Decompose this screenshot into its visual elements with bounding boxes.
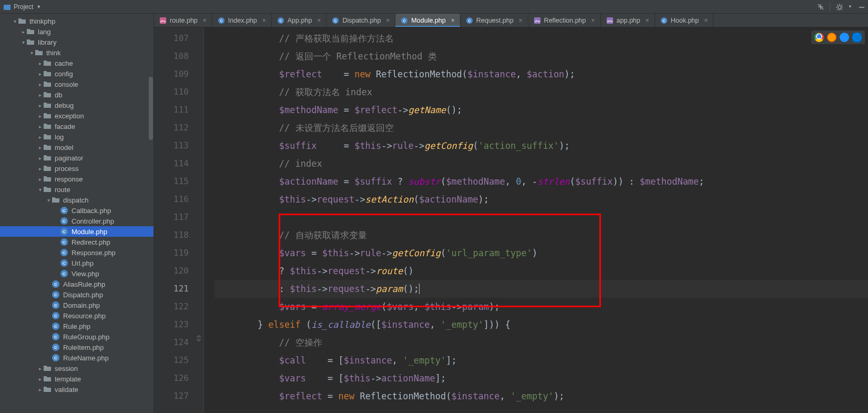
tree-item-ruleitem-php[interactable]: RuleItem.php: [0, 342, 154, 352]
tree-twisty-icon[interactable]: [20, 29, 26, 35]
tab-app-php[interactable]: app.php×: [601, 14, 655, 27]
chrome-icon[interactable]: [814, 33, 824, 42]
code-line[interactable]: $actionName = $suffix ? substr($methodNa…: [215, 173, 868, 190]
tree-item-callback-php[interactable]: Callback.php: [0, 205, 154, 216]
tree-item-paginator[interactable]: paginator: [0, 153, 154, 163]
tree-twisty-icon[interactable]: [45, 197, 52, 203]
tab-reflection-php[interactable]: Reflection.php×: [528, 14, 601, 27]
tree-item-dispatch-php[interactable]: Dispatch.php: [0, 289, 154, 300]
tree-item-think[interactable]: think: [0, 47, 154, 58]
tree-item-dispatch[interactable]: dispatch: [0, 195, 154, 205]
code-line[interactable]: // 返回一个 ReflectionMethod 类: [215, 47, 868, 65]
tree-twisty-icon[interactable]: [37, 71, 43, 77]
gear-dropdown-icon[interactable]: ▼: [848, 4, 852, 9]
tree-item-lang[interactable]: lang: [0, 26, 154, 37]
hide-panel-icon[interactable]: [857, 3, 865, 11]
code-line[interactable]: [215, 208, 868, 226]
tree-twisty-icon[interactable]: [37, 387, 43, 392]
tree-item-response[interactable]: response: [0, 174, 154, 184]
tree-item-process[interactable]: process: [0, 163, 154, 174]
tree-item-session[interactable]: session: [0, 363, 154, 374]
code-line[interactable]: : $this->request->param();: [215, 280, 868, 298]
tree-item-rulename-php[interactable]: RuleName.php: [0, 352, 154, 363]
tab-close-icon[interactable]: ×: [451, 17, 455, 24]
tree-item-debug[interactable]: debug: [0, 100, 154, 110]
code-line[interactable]: $reflect = new ReflectionMethod($instanc…: [215, 387, 868, 405]
tree-item-exception[interactable]: exception: [0, 110, 154, 121]
tab-close-icon[interactable]: ×: [203, 17, 207, 24]
tree-twisty-icon[interactable]: [37, 92, 43, 98]
tree-twisty-icon[interactable]: [37, 124, 43, 129]
code-line[interactable]: $vars = $this->rule->getConfig('url_para…: [215, 244, 868, 262]
tree-twisty-icon[interactable]: [37, 113, 43, 119]
code-line[interactable]: $methodName = $reflect->getName();: [215, 101, 868, 119]
tree-twisty-icon[interactable]: [37, 145, 43, 150]
code-line[interactable]: // 自动获取请求变量: [215, 226, 868, 244]
tab-dispatch-php[interactable]: Dispatch.php×: [326, 14, 395, 27]
tab-close-icon[interactable]: ×: [386, 17, 390, 24]
tree-item-view-php[interactable]: View.php: [0, 268, 154, 279]
tree-twisty-icon[interactable]: [20, 39, 26, 45]
tree-item-cache[interactable]: cache: [0, 58, 154, 68]
tree-item-domain-php[interactable]: Domain.php: [0, 300, 154, 310]
code-line[interactable]: // 未设置方法名后缀返回空: [215, 119, 868, 137]
project-dropdown-icon[interactable]: ▼: [36, 4, 41, 9]
firefox-icon[interactable]: [827, 33, 836, 42]
tree-item-module-php[interactable]: Module.php: [0, 226, 154, 237]
tree-item-db[interactable]: db: [0, 89, 154, 100]
fold-mark-icon[interactable]: [195, 334, 202, 344]
tree-twisty-icon[interactable]: [37, 166, 43, 172]
tree-item-redirect-php[interactable]: Redirect.php: [0, 237, 154, 247]
tree-twisty-icon[interactable]: [37, 366, 43, 371]
code-line[interactable]: // index: [215, 155, 868, 173]
tree-item-log[interactable]: log: [0, 132, 154, 142]
code-line[interactable]: ? $this->request->route(): [215, 262, 868, 280]
code-line[interactable]: $this->request->setAction($actionName);: [215, 190, 868, 208]
tab-close-icon[interactable]: ×: [704, 17, 708, 24]
tab-app-php[interactable]: App.php×: [272, 14, 327, 27]
tab-module-php[interactable]: Module.php×: [395, 14, 460, 27]
code-line[interactable]: $call = [$instance, '_empty'];: [215, 351, 868, 369]
tree-item-route[interactable]: route: [0, 184, 154, 195]
tab-route-php[interactable]: route.php×: [154, 14, 212, 27]
tab-close-icon[interactable]: ×: [591, 17, 595, 24]
code-line[interactable]: $suffix = $this->rule->getConfig('action…: [215, 137, 868, 155]
tree-twisty-icon[interactable]: [37, 176, 43, 182]
code-line[interactable]: // 空操作: [215, 334, 868, 351]
tree-twisty-icon[interactable]: [28, 50, 35, 56]
code-line[interactable]: $vars = array_merge($vars, $this->param)…: [215, 298, 868, 316]
sidebar-scrollbar-thumb[interactable]: [149, 77, 153, 140]
tree-twisty-icon[interactable]: [37, 103, 43, 108]
tree-item-response-php[interactable]: Response.php: [0, 247, 154, 258]
tab-index-php[interactable]: Index.php×: [212, 14, 272, 27]
sidebar-scrollbar[interactable]: [148, 14, 154, 413]
tree-item-thinkphp[interactable]: thinkphp: [0, 16, 154, 26]
safari-icon[interactable]: [840, 33, 849, 42]
tab-close-icon[interactable]: ×: [519, 17, 523, 24]
edge-icon[interactable]: [852, 33, 862, 42]
tree-twisty-icon[interactable]: [37, 376, 43, 382]
tree-item-template[interactable]: template: [0, 374, 154, 384]
tree-item-library[interactable]: library: [0, 37, 154, 47]
tree-item-config[interactable]: config: [0, 68, 154, 79]
code-editor[interactable]: 1071081091101111121131141151161171181191…: [154, 27, 868, 413]
code-area[interactable]: // 严格获取当前操作方法名 // 返回一个 ReflectionMethod …: [204, 27, 868, 413]
tree-item-controller-php[interactable]: Controller.php: [0, 216, 154, 226]
tree-item-validate[interactable]: validate: [0, 384, 154, 395]
collapse-all-icon[interactable]: [817, 3, 824, 11]
tree-item-resource-php[interactable]: Resource.php: [0, 310, 154, 321]
code-line[interactable]: $vars = [$this->actionName];: [215, 369, 868, 387]
gear-icon[interactable]: [835, 3, 843, 11]
tab-close-icon[interactable]: ×: [262, 17, 266, 24]
tree-twisty-icon[interactable]: [37, 155, 43, 161]
tree-item-url-php[interactable]: Url.php: [0, 258, 154, 268]
tab-hook-php[interactable]: Hook.php×: [655, 14, 714, 27]
tab-close-icon[interactable]: ×: [317, 17, 321, 24]
tree-twisty-icon[interactable]: [37, 187, 43, 193]
tree-item-model[interactable]: model: [0, 142, 154, 153]
code-line[interactable]: // 严格获取当前操作方法名: [215, 29, 868, 47]
project-tree[interactable]: thinkphplanglibrarythinkcacheconfigconso…: [0, 14, 154, 395]
tab-close-icon[interactable]: ×: [646, 17, 649, 24]
code-line[interactable]: // 获取方法名 index: [215, 83, 868, 101]
tree-twisty-icon[interactable]: [37, 82, 43, 87]
